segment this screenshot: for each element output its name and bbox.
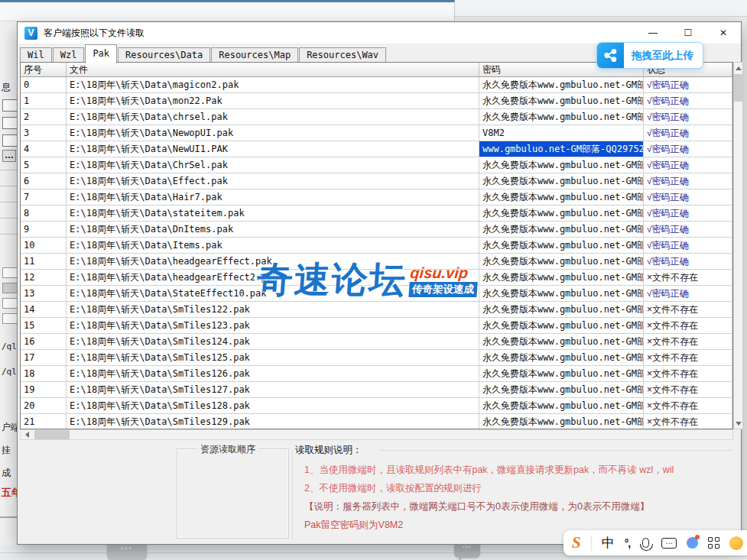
row-file-path[interactable]: E:\18周年\斩天\Data\mon22.Pak [67,93,479,109]
row-index[interactable]: 19 [21,382,67,398]
tab-resources-wav[interactable]: Resources\Wav [299,47,386,63]
row-password[interactable]: 永久免费版本www.gmbuluo.net-GM部落- [479,286,644,302]
maximize-button[interactable]: ☐ [671,22,706,44]
background-input[interactable] [2,267,17,278]
table-row[interactable]: 14E:\18周年\斩天\Data\SmTiles122.pak永久免费版本ww… [21,302,732,318]
row-password[interactable]: 永久免费版本www.gmbuluo.net-GM部落- [479,382,644,398]
table-row[interactable]: 7E:\18周年\斩天\Data\Hair7.pak永久免费版本www.gmbu… [21,189,732,206]
table-row[interactable]: 4E:\18周年\斩天\Data\NewUI1.PAKwww.gmbuluo.n… [21,141,732,157]
table-row[interactable]: 20E:\18周年\斩天\Data\SmTiles128.pak永久免费版本ww… [21,398,732,414]
emoji-icon[interactable] [729,536,743,550]
drag-upload-button[interactable]: 拖拽至此上传 [596,42,703,69]
row-file-path[interactable]: E:\18周年\斩天\Data\ChrSel.pak [67,157,479,173]
row-index[interactable]: 8 [21,206,67,222]
row-index[interactable]: 6 [21,173,67,189]
table-row[interactable]: 2E:\18周年\斩天\Data\chrsel.pak永久免费版本www.gmb… [21,109,732,125]
row-file-path[interactable]: E:\18周年\斩天\Data\SmTiles122.pak [67,302,479,318]
table-row[interactable]: 0E:\18周年\斩天\Data\magicon2.pak永久免费版本www.g… [21,77,732,93]
row-index[interactable]: 21 [21,414,67,429]
punctuation-toggle[interactable]: °, [625,537,631,549]
row-file-path[interactable]: E:\18周年\斩天\Data\SmTiles126.pak [67,366,479,382]
table-row[interactable]: 15E:\18周年\斩天\Data\SmTiles123.pak永久免费版本ww… [21,318,732,334]
row-index[interactable]: 9 [21,222,67,238]
row-file-path[interactable]: E:\18周年\斩天\Data\stateitem.pak [67,206,479,222]
table-row[interactable]: 21E:\18周年\斩天\Data\SmTiles129.pak永久免费版本ww… [21,414,732,429]
row-password[interactable]: 永久免费版本www.gmbuluo.net-GM部落- [479,189,644,206]
row-file-path[interactable]: E:\18周年\斩天\Data\headgearEffect.pak [67,254,479,270]
row-index[interactable]: 18 [21,366,67,382]
row-index[interactable]: 16 [21,334,67,350]
row-password[interactable]: 永久免费版本www.gmbuluo.net-GM部落- [479,77,644,93]
row-password[interactable]: 永久免费版本www.gmbuluo.net-GM部落- [479,398,644,414]
row-index[interactable]: 13 [21,286,67,302]
row-file-path[interactable]: E:\18周年\斩天\Data\headgearEffect2.pak [67,270,479,286]
row-file-path[interactable]: E:\18周年\斩天\Data\Effect.pak [67,173,479,189]
table-row[interactable]: 10E:\18周年\斩天\Data\Items.pak永久免费版本www.gmb… [21,238,732,254]
column-header[interactable]: 序号 [21,63,67,77]
row-password[interactable]: 永久免费版本www.gmbuluo.net-GM部落- [479,318,644,334]
table-row[interactable]: 8E:\18周年\斩天\Data\stateitem.pak永久免费版本www.… [21,206,732,222]
row-index[interactable]: 15 [21,318,67,334]
table-row[interactable]: 11E:\18周年\斩天\Data\headgearEffect.pak永久免费… [21,254,732,270]
column-header[interactable]: 文件 [67,63,479,77]
minimize-button[interactable]: — [635,22,671,44]
background-input[interactable] [2,99,17,112]
row-index[interactable]: 4 [21,141,67,157]
row-index[interactable]: 2 [21,109,67,125]
table-row[interactable]: 18E:\18周年\斩天\Data\SmTiles126.pak永久免费版本ww… [21,366,732,382]
tab-pak[interactable]: Pak [85,44,117,63]
row-password[interactable]: 永久免费版本www.gmbuluo.net-GM部落- [479,350,644,366]
tab-wil[interactable]: Wil [20,47,52,63]
scroll-left-arrow[interactable] [21,430,33,439]
table-row[interactable]: 1E:\18周年\斩天\Data\mon22.Pak永久免费版本www.gmbu… [21,93,732,109]
row-file-path[interactable]: E:\18周年\斩天\Data\NewUI1.PAK [67,141,479,157]
row-password[interactable]: 永久免费版本www.gmbuluo.net-GM部落- [479,157,644,173]
row-index[interactable]: 14 [21,302,67,318]
row-password[interactable]: 永久免费版本www.gmbuluo.net-GM部落- [479,238,644,254]
table-row[interactable]: 12E:\18周年\斩天\Data\headgearEffect2.pak永久免… [21,270,732,286]
background-input[interactable] [2,313,17,324]
row-file-path[interactable]: E:\18周年\斩天\Data\StateEffect10.pak [67,286,479,302]
row-file-path[interactable]: E:\18周年\斩天\Data\SmTiles128.pak [67,398,479,414]
table-row[interactable]: 19E:\18周年\斩天\Data\SmTiles127.pak永久免费版本ww… [21,382,732,398]
row-password[interactable]: 永久免费版本www.gmbuluo.net-GM部落- [479,414,644,429]
vertical-scroll-thumb[interactable] [734,74,742,102]
row-password[interactable]: 永久免费版本www.gmbuluo.net-GM部落- [479,334,644,350]
row-file-path[interactable]: E:\18周年\斩天\Data\Items.pak [67,238,479,254]
background-input[interactable] [2,117,17,129]
row-index[interactable]: 5 [21,157,67,173]
row-file-path[interactable]: E:\18周年\斩天\Data\magicon2.pak [67,77,479,93]
row-index[interactable]: 12 [21,270,67,286]
row-index[interactable]: 17 [21,350,67,366]
row-file-path[interactable]: E:\18周年\斩天\Data\SmTiles129.pak [67,414,479,429]
horizontal-scroll-thumb[interactable] [34,430,70,439]
row-password[interactable]: 永久免费版本www.gmbuluo.net-GM部落- [479,254,644,270]
vertical-scrollbar[interactable] [733,62,743,429]
row-password[interactable]: 永久免费版本www.gmbuluo.net-GM部落- [479,222,644,238]
row-password[interactable]: 永久免费版本www.gmbuluo.net-GM部落- [479,206,644,222]
table-row[interactable]: 9E:\18周年\斩天\Data\DnItems.pak永久免费版本www.gm… [21,222,732,238]
row-file-path[interactable]: E:\18周年\斩天\Data\Hair7.pak [67,189,479,206]
row-index[interactable]: 3 [21,125,67,141]
row-password[interactable]: V8M2 [479,125,644,141]
skin-icon[interactable] [687,537,698,549]
row-password[interactable]: 永久免费版本www.gmbuluo.net-GM部落- [479,93,644,109]
row-password[interactable]: 永久免费版本www.gmbuluo.net-GM部落- [479,366,644,382]
row-file-path[interactable]: E:\18周年\斩天\Data\NewopUI.pak [67,125,479,141]
row-password[interactable]: 永久免费版本www.gmbuluo.net-GM部落- [479,270,644,286]
row-file-path[interactable]: E:\18周年\斩天\Data\SmTiles123.pak [67,318,479,334]
table-row[interactable]: 16E:\18周年\斩天\Data\SmTiles124.pak永久免费版本ww… [21,334,732,350]
scroll-down-arrow[interactable] [734,418,742,429]
row-index[interactable]: 0 [21,77,67,93]
row-index[interactable]: 10 [21,238,67,254]
background-browse-button[interactable]: … [2,150,16,162]
tab-resources-map[interactable]: Resources\Map [211,47,298,63]
row-index[interactable]: 20 [21,398,67,414]
row-password[interactable]: 永久免费版本www.gmbuluo.net-GM部落- [479,302,644,318]
close-button[interactable]: ✕ [706,22,741,44]
row-file-path[interactable]: E:\18周年\斩天\Data\SmTiles125.pak [67,350,479,366]
horizontal-scrollbar[interactable] [20,429,733,440]
table-row[interactable]: 5E:\18周年\斩天\Data\ChrSel.pak永久免费版本www.gmb… [21,157,732,173]
row-index[interactable]: 11 [21,254,67,270]
row-password[interactable]: 永久免费版本www.gmbuluo.net-GM部落- [479,109,644,125]
